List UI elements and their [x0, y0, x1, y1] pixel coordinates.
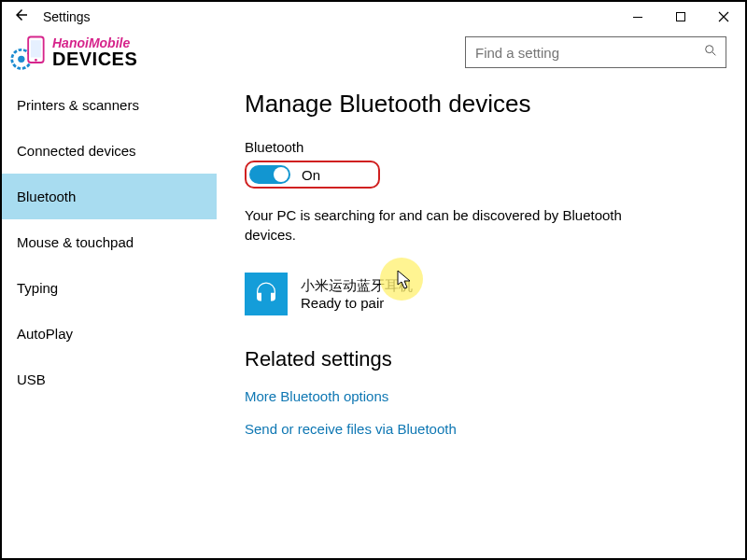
svg-point-3: [18, 56, 24, 63]
device-row[interactable]: 小米运动蓝牙耳机 Ready to pair: [245, 273, 723, 315]
logo-block: HanoiMobile DEVICES: [9, 32, 137, 73]
svg-point-7: [706, 46, 713, 53]
search-input[interactable]: [475, 45, 696, 61]
minimize-icon: [632, 11, 643, 22]
bluetooth-status-text: Your PC is searching for and can be disc…: [245, 205, 637, 245]
window-controls: [616, 2, 745, 32]
gear-phone-icon: [9, 32, 50, 73]
svg-rect-5: [31, 40, 41, 57]
svg-rect-0: [633, 17, 642, 18]
bluetooth-toggle[interactable]: [249, 165, 290, 184]
arrow-left-icon: [13, 7, 30, 23]
close-icon: [718, 11, 729, 22]
sidebar-item-label: Mouse & touchpad: [17, 234, 134, 250]
svg-rect-1: [677, 13, 685, 21]
back-button[interactable]: [13, 7, 30, 28]
sidebar-item-mouse-touchpad[interactable]: Mouse & touchpad: [2, 219, 217, 265]
sidebar-item-autoplay[interactable]: AutoPlay: [2, 311, 217, 357]
device-status: Ready to pair: [301, 294, 413, 313]
sidebar-item-usb[interactable]: USB: [2, 357, 217, 402]
section-name: DEVICES: [52, 49, 137, 68]
search-icon: [703, 43, 718, 62]
maximize-button[interactable]: [659, 2, 702, 32]
content-area: Printers & scanners Connected devices Bl…: [2, 82, 745, 554]
titlebar: Settings: [2, 2, 745, 32]
link-more-bluetooth-options[interactable]: More Bluetooth options: [245, 388, 723, 404]
toggle-highlight-annotation: On: [245, 161, 380, 189]
sidebar-item-bluetooth[interactable]: Bluetooth: [2, 174, 217, 219]
window-title: Settings: [43, 9, 91, 24]
toggle-state-text: On: [302, 167, 320, 183]
headset-icon: [245, 273, 288, 315]
sidebar-item-label: Typing: [17, 280, 58, 296]
sidebar-item-label: AutoPlay: [17, 326, 73, 342]
device-name: 小米运动蓝牙耳机: [301, 276, 413, 295]
link-send-receive-files[interactable]: Send or receive files via Bluetooth: [245, 421, 723, 437]
sidebar-item-typing[interactable]: Typing: [2, 265, 217, 311]
header-row: HanoiMobile DEVICES: [2, 32, 745, 82]
search-box[interactable]: [465, 36, 726, 68]
main-panel: Manage Bluetooth devices Bluetooth On Yo…: [217, 82, 745, 554]
toggle-label: Bluetooth: [245, 139, 723, 155]
sidebar-item-label: Printers & scanners: [17, 97, 139, 113]
logo-text: HanoiMobile DEVICES: [52, 36, 137, 68]
toggle-row: On: [245, 161, 723, 189]
device-text: 小米运动蓝牙耳机 Ready to pair: [301, 276, 413, 313]
close-button[interactable]: [702, 2, 745, 32]
sidebar-item-label: Bluetooth: [17, 189, 76, 204]
svg-point-6: [35, 59, 37, 62]
brand-name: HanoiMobile: [52, 36, 137, 49]
related-heading: Related settings: [245, 347, 723, 371]
sidebar-item-connected-devices[interactable]: Connected devices: [2, 128, 217, 174]
page-heading: Manage Bluetooth devices: [245, 90, 723, 119]
sidebar-item-printers[interactable]: Printers & scanners: [2, 82, 217, 128]
sidebar-item-label: USB: [17, 371, 46, 387]
sidebar-item-label: Connected devices: [17, 143, 136, 159]
sidebar: Printers & scanners Connected devices Bl…: [2, 82, 217, 554]
minimize-button[interactable]: [616, 2, 659, 32]
titlebar-left: Settings: [13, 7, 91, 28]
maximize-icon: [675, 11, 686, 22]
svg-line-8: [712, 52, 715, 55]
toggle-knob: [274, 167, 289, 182]
